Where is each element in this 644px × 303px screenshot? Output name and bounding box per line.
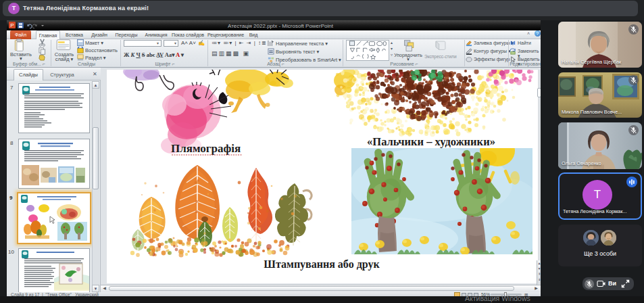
svg-text:«Пальчики – художники»: «Пальчики – художники» — [367, 135, 495, 148]
svg-text:P: P — [10, 22, 14, 28]
svg-text:Штампування або друк: Штампування або друк — [264, 258, 380, 271]
svg-text:Плямографія: Плямографія — [171, 142, 241, 155]
